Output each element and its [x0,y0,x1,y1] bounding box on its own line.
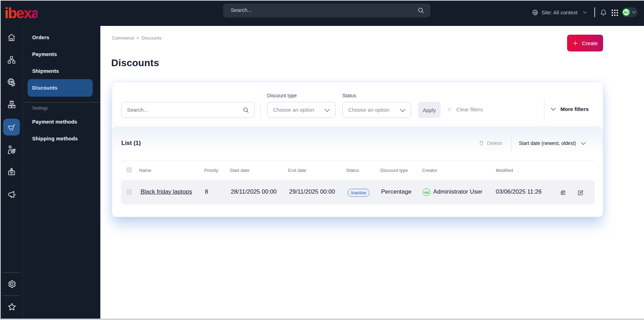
svg-text:ibexa: ibexa [5,5,37,20]
